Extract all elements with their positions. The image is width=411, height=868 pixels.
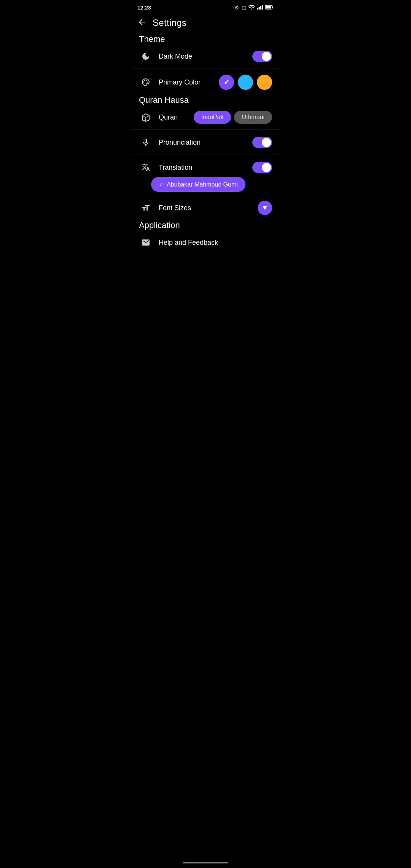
svg-rect-5 xyxy=(272,6,274,8)
svg-rect-3 xyxy=(262,5,263,10)
color-swatch-orange[interactable] xyxy=(257,75,272,90)
theme-section-heading: Theme xyxy=(131,28,172,48)
color-swatch-purple[interactable]: ✓ xyxy=(219,75,234,90)
translation-item[interactable]: Translation xyxy=(131,155,280,180)
dark-mode-icon xyxy=(139,49,153,63)
pronunciation-item[interactable]: Pronunciation xyxy=(131,130,280,155)
pronunciation-icon xyxy=(139,136,153,149)
color-swatch-blue[interactable] xyxy=(238,75,253,90)
primary-color-icon xyxy=(139,75,153,89)
application-section-heading: Application xyxy=(131,214,188,235)
quran-buttons: IndoPak Uthmani xyxy=(194,111,272,124)
svg-rect-2 xyxy=(260,6,261,10)
page-title: Settings xyxy=(153,18,186,28)
translation-name: Abubakar Mahmoud Gumi xyxy=(167,181,238,188)
svg-point-9 xyxy=(146,80,147,81)
svg-rect-0 xyxy=(257,8,258,10)
translation-toggle[interactable] xyxy=(252,162,272,173)
quran-label: Quran xyxy=(159,113,188,121)
pronunciation-toggle[interactable] xyxy=(252,137,272,148)
font-sizes-dropdown[interactable]: ▼ xyxy=(258,201,272,215)
chevron-down-icon: ▼ xyxy=(261,204,268,211)
pronunciation-label: Pronunciation xyxy=(159,139,246,147)
svg-rect-1 xyxy=(259,7,260,10)
translation-label: Translation xyxy=(159,164,246,172)
translation-icon xyxy=(139,161,153,174)
font-sizes-icon xyxy=(139,201,153,215)
settings-status-icon: ⚙ xyxy=(234,5,239,11)
color-swatches: ✓ xyxy=(219,75,272,90)
application-section: Application Help and Feedback xyxy=(131,220,280,255)
wifi-status-icon xyxy=(249,5,255,11)
translation-chip[interactable]: ✓ Abubakar Mahmoud Gumi xyxy=(151,177,245,192)
dark-mode-label: Dark Mode xyxy=(159,53,246,61)
svg-point-7 xyxy=(143,81,144,83)
svg-rect-6 xyxy=(266,6,271,9)
svg-point-8 xyxy=(144,80,145,81)
translation-check-icon: ✓ xyxy=(159,181,164,188)
back-button[interactable] xyxy=(137,18,147,28)
theme-section: Theme Dark Mode Primary Color ✓ xyxy=(131,34,280,95)
battery-status-icon xyxy=(265,5,274,11)
help-feedback-label: Help and Feedback xyxy=(159,239,272,247)
status-time: 12:23 xyxy=(137,5,151,11)
help-feedback-icon xyxy=(139,236,153,249)
quran-hausa-section: Quran Hausa Quran IndoPak Uthmani Pronun… xyxy=(131,95,280,220)
svg-point-10 xyxy=(147,81,148,83)
check-icon: ✓ xyxy=(224,78,229,86)
signal-status-icon xyxy=(257,5,263,11)
indopak-button[interactable]: IndoPak xyxy=(194,111,231,124)
uthmani-button[interactable]: Uthmani xyxy=(234,111,272,124)
status-icons: ⚙ ◻ xyxy=(234,5,274,11)
font-sizes-label: Font Sizes xyxy=(159,204,252,212)
quran-icon xyxy=(139,110,153,124)
notification-status-icon: ◻ xyxy=(242,5,246,11)
primary-color-label: Primary Color xyxy=(159,78,213,86)
status-bar: 12:23 ⚙ ◻ xyxy=(131,0,280,14)
dark-mode-toggle[interactable] xyxy=(252,51,272,62)
quran-hausa-heading: Quran Hausa xyxy=(131,89,196,109)
